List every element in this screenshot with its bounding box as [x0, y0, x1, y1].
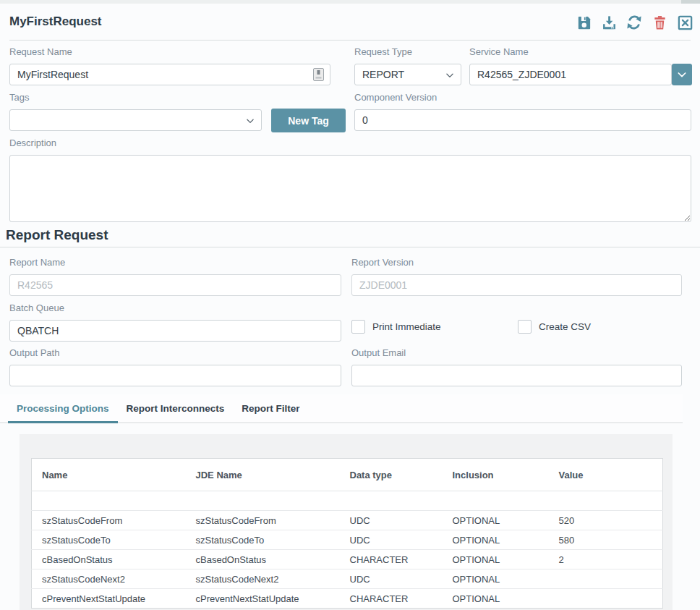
cell-jde-name: szStatusCodeNext2 [186, 569, 340, 589]
create-csv-option: Create CSV [518, 320, 591, 334]
header-divider [9, 40, 691, 41]
request-name-input[interactable] [9, 64, 330, 85]
table-row[interactable]: cPreventNextStatUpdate cPreventNextStatU… [32, 589, 663, 609]
section-divider [0, 247, 700, 247]
top-strip-corner [681, 0, 700, 4]
batch-queue-label: Batch Queue [9, 302, 341, 314]
export-button[interactable] [599, 13, 618, 32]
create-csv-checkbox[interactable] [518, 320, 532, 334]
cell-value: 2 [549, 550, 663, 569]
cell-jde-name: szStatusCodeFrom [186, 511, 340, 530]
report-name-label: Report Name [9, 257, 341, 268]
cell-jde-name [186, 491, 340, 511]
request-editor-screen: MyFirstRequest [0, 0, 700, 610]
cell-name: cBasedOnStatus [32, 550, 186, 569]
cell-inclusion: OPTIONAL [443, 569, 549, 589]
cell-name: cPreventNextStatUpdate [32, 589, 186, 609]
column-header-data-type: Data type [340, 459, 443, 491]
description-textarea[interactable] [9, 155, 691, 222]
cell-value [549, 569, 663, 589]
report-name-field: Report Name [9, 257, 341, 296]
output-email-label: Output Email [351, 347, 682, 359]
cell-data-type [340, 491, 443, 511]
request-type-select[interactable]: REPORT [354, 64, 461, 85]
tab-bar: Processing Options Report Interconnects … [0, 394, 683, 423]
create-csv-label: Create CSV [539, 321, 591, 332]
output-path-label: Output Path [9, 347, 341, 359]
top-strip [0, 0, 700, 4]
batch-queue-field: Batch Queue [9, 302, 341, 342]
cell-inclusion: OPTIONAL [443, 530, 549, 550]
print-immediate-option: Print Immediate [351, 320, 441, 334]
component-version-input[interactable] [354, 109, 691, 131]
export-icon [601, 14, 618, 31]
request-name-label: Request Name [9, 46, 330, 58]
save-button[interactable] [574, 13, 593, 32]
cell-jde-name: cBasedOnStatus [186, 550, 340, 569]
output-email-input[interactable] [351, 365, 682, 386]
cell-data-type: UDC [340, 530, 443, 550]
save-icon [576, 14, 592, 31]
tab-report-interconnects[interactable]: Report Interconnects [118, 394, 234, 423]
new-tag-button[interactable]: New Tag [271, 109, 346, 132]
service-name-label: Service Name [469, 46, 672, 58]
output-path-input[interactable] [9, 365, 341, 386]
cell-data-type: UDC [340, 569, 443, 589]
description-field: Description [9, 137, 691, 222]
cell-value [549, 491, 663, 511]
request-name-field: Request Name [9, 46, 330, 85]
service-name-dropdown-button[interactable] [672, 64, 692, 85]
cell-jde-name: szStatusCodeTo [186, 530, 340, 550]
report-version-input [351, 274, 682, 296]
output-path-field: Output Path [9, 347, 341, 386]
cell-name: szStatusCodeTo [32, 530, 186, 550]
processing-options-panel: Name JDE Name Data type Inclusion Value … [20, 434, 673, 610]
print-immediate-label: Print Immediate [372, 321, 441, 332]
table-row[interactable]: cBasedOnStatus cBasedOnStatus CHARACTER … [32, 550, 663, 569]
request-type-value: REPORT [362, 69, 404, 80]
tab-processing-options[interactable]: Processing Options [8, 394, 118, 423]
tags-select[interactable] [9, 109, 262, 131]
table-row[interactable]: szStatusCodeTo szStatusCodeTo UDC OPTION… [32, 530, 663, 550]
delete-button[interactable] [650, 13, 669, 32]
header-action-bar [574, 13, 694, 32]
chevron-down-icon [245, 116, 255, 128]
cell-inclusion: OPTIONAL [443, 511, 549, 530]
cell-value [549, 589, 663, 609]
cell-inclusion [443, 491, 549, 511]
cell-inclusion: OPTIONAL [443, 589, 549, 609]
cell-name: szStatusCodeFrom [32, 511, 186, 530]
report-version-label: Report Version [351, 257, 682, 268]
delete-icon [652, 14, 668, 31]
chevron-down-icon [445, 70, 455, 82]
cell-jde-name: cPreventNextStatUpdate [186, 589, 340, 609]
cell-data-type: CHARACTER [340, 550, 443, 569]
batch-queue-input[interactable] [9, 320, 341, 342]
service-name-input[interactable] [469, 64, 672, 85]
report-version-field: Report Version [351, 257, 682, 296]
tab-report-filter[interactable]: Report Filter [233, 394, 308, 423]
section-title-report-request: Report Request [6, 227, 108, 243]
table-header-row: Name JDE Name Data type Inclusion Value [32, 459, 663, 491]
chevron-down-icon [676, 69, 688, 80]
component-version-field: Component Version [354, 92, 691, 131]
cell-data-type: CHARACTER [340, 589, 443, 609]
text-edit-icon[interactable] [313, 68, 324, 84]
refresh-button[interactable] [625, 13, 644, 32]
table-row[interactable] [32, 491, 663, 511]
component-version-label: Component Version [354, 92, 691, 103]
page-title: MyFirstRequest [9, 14, 102, 29]
close-button[interactable] [675, 13, 694, 32]
cell-value: 580 [549, 530, 663, 550]
column-header-jde-name: JDE Name [186, 459, 340, 491]
cell-name [32, 491, 186, 511]
print-immediate-checkbox[interactable] [351, 320, 365, 334]
service-name-field: Service Name [469, 46, 672, 85]
output-email-field: Output Email [351, 347, 682, 386]
table-row[interactable]: szStatusCodeFrom szStatusCodeFrom UDC OP… [32, 511, 663, 530]
cell-inclusion: OPTIONAL [443, 550, 549, 569]
table-row[interactable]: szStatusCodeNext2 szStatusCodeNext2 UDC … [32, 569, 663, 589]
report-name-input [9, 274, 341, 296]
close-icon [677, 14, 693, 31]
request-type-label: Request Type [354, 46, 461, 58]
